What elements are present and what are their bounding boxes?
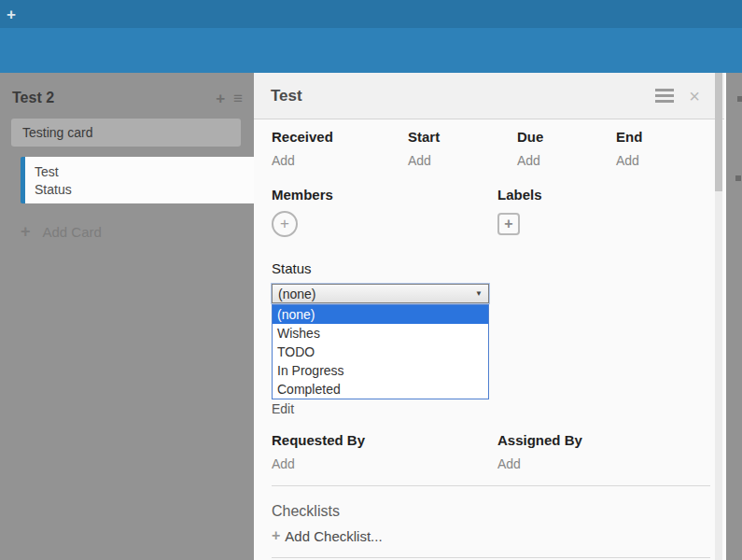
board-header-bar <box>0 28 742 73</box>
members-section: Members + <box>272 187 497 237</box>
add-checklist-button[interactable]: + Add Checklist... <box>272 527 724 544</box>
status-edit-link[interactable]: Edit <box>272 401 294 416</box>
status-option-todo[interactable]: TODO <box>273 343 488 361</box>
section-divider <box>272 485 710 486</box>
date-field-received: Received Add <box>272 129 408 169</box>
add-board-icon[interactable]: + <box>7 7 16 22</box>
status-select[interactable]: (none) ▼ <box>272 284 489 303</box>
card-testing-card[interactable]: Testing card <box>11 119 241 147</box>
field-label: Start <box>408 129 517 145</box>
chevron-down-icon: ▼ <box>475 289 483 298</box>
list-header: Test 2 + ≡ <box>0 73 254 106</box>
add-assigned-by-link[interactable]: Add <box>497 456 521 471</box>
status-option-in-progress[interactable]: In Progress <box>273 361 488 380</box>
labels-label: Labels <box>497 187 542 203</box>
card-title-line: Status <box>35 181 254 199</box>
members-labels-row: Members + Labels + <box>272 187 724 237</box>
card-details-panel: Test × Received Add Start Add Due Add <box>254 73 726 560</box>
field-label: Received <box>272 129 408 145</box>
dates-row: Received Add Start Add Due Add End Add <box>272 129 724 169</box>
list-menu-icon[interactable]: ≡ <box>233 91 243 106</box>
status-select-wrap: (none) ▼ (none) Wishes TODO In Progress … <box>272 284 489 303</box>
panel-body: Received Add Start Add Due Add End Add <box>254 119 724 558</box>
add-start-date-link[interactable]: Add <box>408 153 431 168</box>
card-title-line: Test <box>35 163 254 181</box>
card-menu-icon[interactable] <box>655 86 674 105</box>
date-field-start: Start Add <box>408 129 517 169</box>
section-divider <box>272 557 710 558</box>
next-list-fragment-icon <box>735 175 741 181</box>
status-option-completed[interactable]: Completed <box>273 380 488 399</box>
field-label: Due <box>517 129 616 145</box>
status-option-wishes[interactable]: Wishes <box>273 324 488 343</box>
add-requested-by-link[interactable]: Add <box>272 456 295 471</box>
status-field-label: Status <box>272 260 724 276</box>
list-add-card-icon[interactable]: + <box>216 91 225 106</box>
requested-by-label: Requested By <box>272 432 497 448</box>
add-card-plus-icon: + <box>21 223 31 240</box>
add-received-date-link[interactable]: Add <box>272 153 295 168</box>
date-field-due: Due Add <box>517 129 616 169</box>
members-label: Members <box>272 187 497 203</box>
status-option-none[interactable]: (none) <box>273 305 488 324</box>
add-member-button[interactable]: + <box>272 211 298 237</box>
board-canvas: Test 2 + ≡ Testing card Test Status + Ad… <box>0 73 742 560</box>
field-label: End <box>616 129 642 145</box>
next-list-fragment-icon <box>737 96 742 102</box>
date-field-end: End Add <box>616 129 642 169</box>
labels-section: Labels + <box>497 187 542 237</box>
add-checklist-label: Add Checklist... <box>285 528 382 544</box>
people-row: Requested By Add Assigned By Add <box>272 432 724 472</box>
panel-scrollbar[interactable] <box>715 73 722 560</box>
add-label-button[interactable]: + <box>497 213 520 235</box>
list-title: Test 2 <box>12 90 207 106</box>
requested-by-section: Requested By Add <box>272 432 497 472</box>
add-checklist-plus-icon: + <box>272 527 280 544</box>
status-dropdown-list: (none) Wishes TODO In Progress Completed <box>272 304 489 399</box>
add-card-label: Add Card <box>43 224 102 240</box>
add-due-date-link[interactable]: Add <box>517 153 540 168</box>
panel-header: Test × <box>254 73 724 119</box>
assigned-by-section: Assigned By Add <box>497 432 582 472</box>
card-test-status[interactable]: Test Status <box>21 157 254 203</box>
list-test2: Test 2 + ≡ Testing card Test Status + Ad… <box>0 73 254 560</box>
panel-scrollbar-thumb[interactable] <box>715 73 722 191</box>
top-navbar: + <box>0 0 742 28</box>
assigned-by-label: Assigned By <box>497 432 582 448</box>
add-card-button[interactable]: + Add Card <box>21 223 254 240</box>
close-icon[interactable]: × <box>689 87 700 105</box>
add-end-date-link[interactable]: Add <box>616 153 639 168</box>
checklists-title: Checklists <box>272 503 724 520</box>
card-title: Test <box>271 87 655 105</box>
status-selected-value: (none) <box>278 287 475 301</box>
